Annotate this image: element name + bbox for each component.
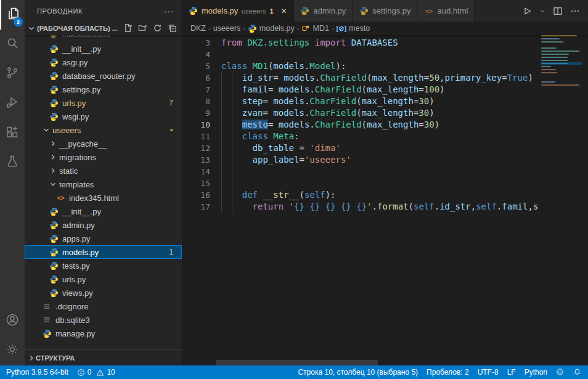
breadcrumb-item-DKZ[interactable]: DKZ: [190, 24, 206, 33]
more-actions-icon[interactable]: [570, 6, 581, 17]
python-interpreter[interactable]: Python 3.9.5 64-bit: [6, 368, 68, 377]
tree-item-admin.py[interactable]: admin.py: [25, 218, 182, 232]
notifications-bell-icon[interactable]: [573, 368, 582, 377]
code-token: =: [268, 84, 279, 94]
explorer-header: ПРОВОДНИК ···: [25, 0, 182, 22]
tree-item-useeers[interactable]: useeers●: [25, 123, 182, 137]
tree-item-views.py[interactable]: views.py: [25, 286, 182, 300]
activity-item-run-debug[interactable]: [0, 89, 25, 118]
minimap[interactable]: [541, 35, 582, 365]
field-symbol-icon: [⊘]: [337, 25, 347, 33]
tree-item-indexelement[interactable]: indexelement: [25, 35, 182, 42]
breadcrumb-item-models.py[interactable]: models.py: [248, 24, 295, 33]
encoding-indicator[interactable]: UTF-8: [478, 368, 499, 377]
code-token: =: [273, 73, 284, 83]
tab-models.py[interactable]: models.pyuseeers1✕: [182, 0, 294, 22]
html-file-icon: <>: [423, 6, 433, 16]
code-token: format: [377, 202, 409, 211]
code-token: ,: [528, 202, 533, 211]
activity-item-search[interactable]: [0, 30, 25, 59]
activity-bar: 2: [0, 0, 25, 365]
code-token: ): [528, 73, 533, 83]
tree-item-__init__.py[interactable]: __init__.py: [25, 205, 182, 218]
problems-badge: 7: [169, 99, 182, 107]
tree-item-tests.py[interactable]: tests.py: [25, 259, 182, 272]
tab-aud.html[interactable]: <>aud.html: [417, 0, 475, 22]
outline-section-header[interactable]: СТРУКТУРА: [25, 349, 182, 365]
code-token: 30: [424, 120, 435, 129]
horizontal-scrollbar[interactable]: [216, 360, 378, 365]
tree-item-label: asgi.py: [62, 58, 88, 67]
account-icon: [5, 312, 20, 330]
chevron-right-icon: [49, 166, 57, 175]
tab-settings.py[interactable]: settings.py: [353, 0, 417, 22]
search-icon: [5, 36, 20, 53]
code-token: ': [367, 202, 372, 211]
activity-item-source-control[interactable]: [0, 59, 25, 89]
run-icon[interactable]: [521, 6, 533, 17]
line-number: 4: [182, 49, 210, 60]
tree-item-asgi.py[interactable]: asgi.py: [25, 55, 182, 69]
eol-indicator[interactable]: LF: [507, 368, 516, 377]
tree-item-settings.py[interactable]: settings.py: [25, 83, 182, 96]
code-editor[interactable]: 3from DKZ.settings import DATABASES45cla…: [182, 35, 541, 365]
code-token: ): [439, 84, 444, 94]
close-icon[interactable]: ✕: [281, 7, 287, 15]
problems-indicator[interactable]: 010: [77, 368, 115, 377]
workspace-section-header[interactable]: (РАБОЧАЯ ОБЛАСТЬ) ...: [25, 22, 182, 35]
breadcrumb-item-MD1[interactable]: MD1: [301, 24, 329, 33]
tree-item-.dcignore[interactable]: .dcignore: [25, 300, 182, 313]
indentation-indicator[interactable]: Пробелов: 2: [427, 368, 469, 377]
code-token: id_str: [242, 73, 274, 83]
tree-item-index345.html[interactable]: <>index345.html: [25, 191, 182, 205]
code-line-14: 14: [182, 166, 541, 177]
tree-item-urls.py[interactable]: urls.py: [25, 272, 182, 286]
tree-item-templates[interactable]: templates: [25, 177, 182, 191]
tree-item-wsgi.py[interactable]: wsgi.py: [25, 110, 182, 123]
tree-item-migrations[interactable]: migrations: [25, 150, 182, 164]
collapse-folders-icon[interactable]: [168, 23, 177, 34]
activity-item-settings[interactable]: [0, 336, 25, 365]
breadcrumb-item-useeers[interactable]: useeers: [213, 24, 240, 33]
activity-item-explorer[interactable]: 2: [0, 0, 25, 30]
explorer-more-icon[interactable]: ···: [164, 6, 174, 16]
activity-item-testing[interactable]: [0, 148, 25, 177]
breadcrumb-separator: ›: [297, 25, 300, 32]
code-token: [247, 61, 252, 71]
tree-item-urls.py[interactable]: urls.py7: [25, 96, 182, 110]
activity-item-account[interactable]: [0, 306, 25, 336]
minimap-line: [541, 54, 569, 55]
explorer-toolbar: [123, 23, 177, 34]
code-token: ): [435, 120, 439, 129]
tree-item-database_roouter.py[interactable]: database_roouter.py: [25, 69, 182, 83]
breadcrumb-label: models.py: [259, 24, 295, 33]
minimap-line: [541, 69, 556, 70]
code-text: mesto= models.CharField(max_length=30): [221, 119, 439, 131]
code-token: def: [242, 190, 258, 200]
tree-item-models.py[interactable]: models.py1: [25, 245, 182, 259]
tree-item-manage.py[interactable]: manage.py: [25, 327, 182, 340]
tree-item-static[interactable]: static: [25, 164, 182, 177]
language-mode[interactable]: Python: [525, 368, 547, 377]
activity-item-extensions[interactable]: [0, 118, 25, 148]
python-file-icon: [49, 206, 59, 216]
run-options-chevron-icon[interactable]: [539, 7, 546, 15]
tab-admin.py[interactable]: admin.py: [294, 0, 353, 22]
tree-item-db.sqlite3[interactable]: db.sqlite3: [25, 313, 182, 327]
split-editor-icon[interactable]: [552, 6, 563, 17]
code-line-9: 9 zvan= models.CharField(max_length=30): [182, 107, 541, 119]
code-token: ,: [439, 73, 444, 83]
new-file-icon[interactable]: [123, 23, 133, 34]
tree-item-__init__.py[interactable]: __init__.py: [25, 42, 182, 55]
overview-ruler[interactable]: [582, 22, 588, 365]
line-number: 13: [182, 154, 210, 166]
new-folder-icon[interactable]: [138, 23, 147, 34]
code-line-4: 4: [182, 49, 541, 60]
feedback-icon[interactable]: [556, 368, 565, 377]
breadcrumb-item-mesto[interactable]: [⊘]mesto: [337, 24, 370, 33]
refresh-explorer-icon[interactable]: [153, 23, 162, 34]
cursor-position[interactable]: Строка 10, столбец 10 (выбрано 5): [298, 368, 418, 377]
code-token: .: [315, 73, 320, 83]
tree-item-apps.py[interactable]: apps.py: [25, 232, 182, 245]
tree-item-__pycache__[interactable]: __pycache__: [25, 137, 182, 150]
